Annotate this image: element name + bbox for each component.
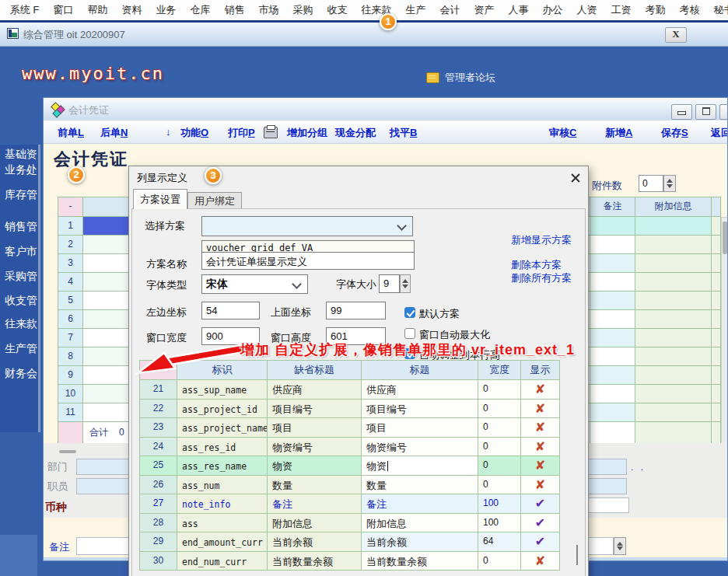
grid-cell[interactable] bbox=[712, 366, 721, 385]
grid-cell[interactable] bbox=[635, 366, 712, 385]
menu-item[interactable]: 考核 bbox=[673, 3, 707, 17]
font-size-input[interactable]: 9 bbox=[379, 274, 400, 293]
table-cell[interactable]: 当前余额 bbox=[268, 532, 362, 552]
table-cell[interactable]: ass_project_id bbox=[177, 400, 268, 419]
site-url[interactable]: www.myoit.cn bbox=[22, 64, 164, 83]
scheme-name-input[interactable]: 会计凭证单据显示定义 bbox=[201, 252, 415, 270]
dialog-link[interactable]: 删除本方案 bbox=[511, 258, 562, 272]
grid-cell[interactable] bbox=[590, 217, 635, 236]
menu-item[interactable]: 资料 bbox=[115, 3, 149, 17]
table-cell[interactable]: 备注 bbox=[268, 494, 362, 514]
visible-cross[interactable]: ✘ bbox=[521, 380, 560, 400]
grid-cell[interactable] bbox=[635, 254, 712, 273]
left-coord-input[interactable]: 54 bbox=[201, 302, 260, 319]
grid-cell[interactable] bbox=[712, 291, 721, 310]
main-window-titlebar[interactable]: 综合管理 oit 20200907 X bbox=[0, 23, 728, 47]
menu-item[interactable]: 市场 bbox=[252, 3, 286, 17]
table-cell[interactable]: 0 bbox=[478, 552, 521, 571]
checkbox-checked[interactable] bbox=[404, 307, 415, 318]
splitter-handle[interactable] bbox=[59, 450, 76, 453]
visible-check[interactable]: ✔ bbox=[521, 494, 560, 514]
dept-browse-dots[interactable]: . . bbox=[631, 462, 646, 473]
maximize-button[interactable] bbox=[695, 104, 716, 120]
grid-cell[interactable] bbox=[590, 291, 635, 310]
table-cell[interactable]: 21 bbox=[140, 380, 177, 400]
table-cell[interactable]: 27 bbox=[140, 494, 177, 514]
table-cell[interactable]: end_amount_curr bbox=[177, 532, 268, 552]
table-cell[interactable]: ass_sup_name bbox=[177, 380, 268, 400]
table-cell[interactable]: 当前余额 bbox=[362, 532, 478, 552]
grid-cell[interactable] bbox=[590, 310, 635, 329]
sidebar-item[interactable]: 业务处 bbox=[5, 163, 40, 177]
grid-cell[interactable]: 8 bbox=[58, 347, 83, 366]
grid-cell[interactable] bbox=[712, 273, 721, 291]
table-cell[interactable]: 供应商 bbox=[362, 380, 478, 400]
voucher-titlebar[interactable]: 会计凭证 × bbox=[44, 98, 728, 121]
menu-item[interactable]: 会计 bbox=[433, 3, 467, 17]
sidebar-item[interactable]: 往来款 bbox=[5, 317, 40, 331]
toolbar-button[interactable]: 返回R bbox=[711, 126, 728, 140]
grid-cell[interactable] bbox=[712, 310, 721, 329]
sidebar-item[interactable]: 销售管 bbox=[5, 220, 40, 234]
table-cell[interactable]: 物资 bbox=[362, 456, 478, 476]
close-button[interactable]: × bbox=[719, 104, 728, 120]
grid-cell[interactable] bbox=[635, 273, 712, 291]
visible-cross[interactable]: ✘ bbox=[521, 400, 560, 419]
grid-cell[interactable] bbox=[590, 347, 635, 366]
table-cell[interactable]: 28 bbox=[140, 514, 177, 533]
table-cell[interactable]: 100 bbox=[478, 514, 521, 533]
minimize-button[interactable] bbox=[671, 104, 692, 120]
grid-cell[interactable] bbox=[712, 236, 721, 254]
table-cell[interactable]: ass_project_name bbox=[177, 418, 268, 438]
grid-cell[interactable]: 3 bbox=[58, 254, 83, 273]
grid-cell[interactable] bbox=[712, 329, 721, 347]
table-cell[interactable]: ass_res_id bbox=[177, 438, 268, 457]
grid-cell[interactable] bbox=[590, 236, 635, 254]
table-cell[interactable]: note_info bbox=[177, 494, 268, 514]
table-cell[interactable]: 项目编号 bbox=[268, 400, 362, 419]
grid-cell[interactable] bbox=[635, 236, 712, 254]
table-cell[interactable]: 0 bbox=[478, 400, 521, 419]
checkbox[interactable] bbox=[404, 328, 415, 339]
menu-item[interactable]: 秘书 bbox=[707, 3, 728, 17]
grid-cell[interactable] bbox=[590, 366, 635, 385]
table-cell[interactable]: 物资 bbox=[268, 456, 362, 476]
table-cell[interactable]: end_num_curr bbox=[177, 552, 268, 571]
grid-scrollbar[interactable] bbox=[721, 217, 728, 448]
menu-item[interactable]: 资产 bbox=[467, 3, 502, 17]
visible-cross[interactable]: ✘ bbox=[521, 552, 560, 571]
table-cell[interactable]: 25 bbox=[140, 456, 177, 476]
menu-item[interactable]: 窗口 bbox=[47, 3, 81, 17]
top-coord-input[interactable]: 99 bbox=[326, 302, 386, 319]
table-cell[interactable]: 项目 bbox=[268, 418, 362, 438]
grid-cell[interactable] bbox=[590, 273, 635, 291]
menu-item[interactable]: 人资 bbox=[570, 3, 604, 17]
toolbar-button[interactable]: 打印P bbox=[228, 126, 255, 140]
grid-cell[interactable]: 5 bbox=[58, 291, 83, 310]
table-cell[interactable]: 当前数量余额 bbox=[362, 552, 478, 571]
grid-cell[interactable] bbox=[712, 347, 721, 366]
grid-cell[interactable]: 4 bbox=[58, 273, 83, 291]
grid-cell[interactable] bbox=[590, 254, 635, 273]
grid-cell[interactable] bbox=[590, 329, 635, 347]
toolbar-button[interactable]: 审核C bbox=[549, 126, 576, 140]
table-cell[interactable]: 0 bbox=[478, 418, 521, 438]
visible-cross[interactable]: ✘ bbox=[521, 438, 560, 457]
dialog-link[interactable]: 新增显示方案 bbox=[511, 233, 572, 247]
table-cell[interactable]: 0 bbox=[478, 476, 521, 495]
grid-cell[interactable] bbox=[590, 403, 635, 422]
grid-cell[interactable] bbox=[590, 385, 635, 403]
visible-cross[interactable]: ✘ bbox=[521, 456, 560, 476]
table-cell[interactable]: 23 bbox=[140, 418, 177, 438]
sidebar-item[interactable]: 生产管 bbox=[5, 342, 40, 356]
attachments-stepper[interactable] bbox=[663, 175, 676, 192]
toolbar-button[interactable]: 现金分配 bbox=[335, 126, 376, 140]
grid-cell[interactable]: 6 bbox=[58, 310, 83, 329]
table-cell[interactable]: ass bbox=[177, 514, 268, 533]
font-size-stepper[interactable] bbox=[400, 274, 411, 293]
visible-check[interactable]: ✔ bbox=[521, 532, 560, 552]
grid-cell[interactable] bbox=[712, 403, 721, 422]
menu-item[interactable]: 销售 bbox=[218, 3, 252, 17]
visible-check[interactable]: ✔ bbox=[521, 514, 560, 533]
table-cell[interactable]: 29 bbox=[140, 532, 177, 552]
